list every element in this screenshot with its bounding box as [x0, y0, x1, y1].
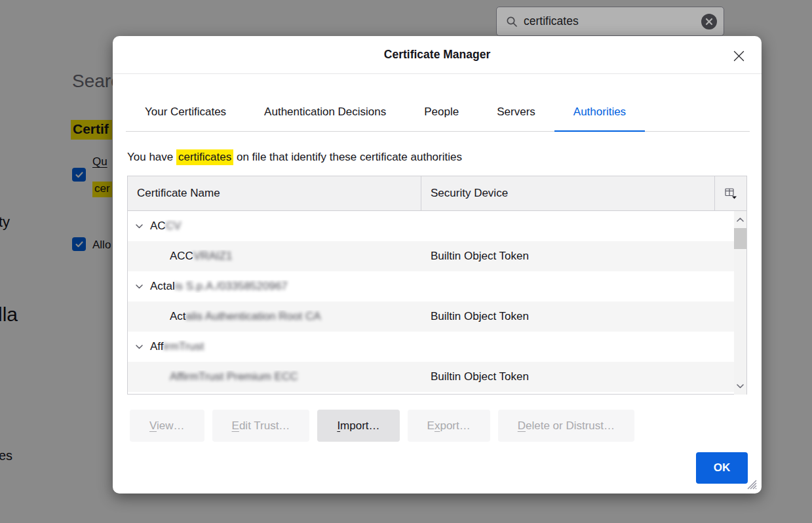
table-row-cert-affirmtrust-ecc[interactable]: AffirmTrust Premium ECC Builtin Object T…	[128, 362, 734, 392]
column-picker-icon	[725, 188, 737, 199]
tab-people[interactable]: People	[405, 94, 478, 132]
certificate-name-cell: AffirmTrust Premium ECC	[128, 370, 421, 383]
search-highlight: certificates	[176, 149, 233, 165]
label-post: elete or Distrust…	[526, 419, 615, 432]
description-after: on file that identify these certificate …	[233, 151, 462, 163]
label-post: iew…	[157, 419, 185, 432]
dialog-tabs: Your Certificates Authentication Decisio…	[126, 94, 750, 132]
name-clear-part: Actal	[150, 280, 175, 293]
label-accesskey: D	[518, 419, 526, 432]
tab-authentication-decisions[interactable]: Authentication Decisions	[245, 94, 405, 132]
dialog-title: Certificate Manager	[384, 48, 490, 62]
scrollbar[interactable]	[734, 211, 746, 395]
view-button[interactable]: View…	[130, 410, 204, 442]
name-blurred-part: CV	[166, 220, 182, 233]
name-blurred-part: alis Authentication Root CA	[186, 310, 321, 323]
ok-button[interactable]: OK	[696, 452, 748, 484]
chevron-down-icon	[737, 384, 744, 389]
table-row-cert-accvraiz1[interactable]: ACCVRAIZ1 Builtin Object Token	[128, 241, 734, 271]
scroll-thumb[interactable]	[734, 228, 746, 249]
label-pre: E	[427, 419, 435, 432]
column-picker-button[interactable]	[715, 176, 746, 210]
certificates-table: Certificate Name Security Device	[127, 176, 747, 395]
chevron-down-icon[interactable]	[136, 345, 143, 349]
name-blurred-part: is S.p.A./03358520967	[175, 280, 288, 293]
name-clear-part: Aff	[150, 340, 163, 353]
label-accesskey: E	[232, 419, 239, 432]
name-clear-part: ACC	[170, 250, 193, 263]
column-header-security-device[interactable]: Security Device	[421, 176, 715, 210]
table-row-group-actalis[interactable]: Actalis S.p.A./03358520967	[128, 271, 734, 301]
name-clear-part: AC	[150, 220, 166, 233]
column-header-certificate-name[interactable]: Certificate Name	[128, 176, 421, 210]
table-row-cert-actalis-root[interactable]: Actalis Authentication Root CA Builtin O…	[128, 301, 734, 332]
certificate-name-cell: Actalis Authentication Root CA	[128, 310, 421, 323]
edit-trust-button[interactable]: Edit Trust…	[212, 410, 310, 442]
label-post: port…	[440, 419, 470, 432]
authorities-description: You have certificates on file that ident…	[127, 149, 462, 166]
name-clear-part: Act	[170, 310, 186, 323]
table-row-group-affirmtrust[interactable]: AffirmTrust	[128, 332, 734, 362]
close-button[interactable]	[730, 47, 747, 64]
label-accesskey: V	[149, 419, 157, 432]
name-blurred-part: VRAIZ1	[193, 250, 233, 263]
security-device-cell: Builtin Object Token	[421, 370, 734, 383]
label-post: dit Trust…	[239, 419, 290, 432]
certificate-name-cell: ACCV	[128, 220, 421, 233]
table-row-group-accv[interactable]: ACCV	[128, 211, 734, 241]
screen: Searc Certif Qu cer Allo ty lla es	[0, 0, 812, 523]
table-body: ACCV ACCVRAIZ1 Builtin Object Token	[128, 211, 746, 395]
dialog-header: Certificate Manager	[113, 36, 762, 74]
action-buttons: View… Edit Trust… Import… Export… Delete…	[130, 410, 634, 442]
scroll-down-button[interactable]	[734, 378, 746, 395]
scroll-up-button[interactable]	[734, 211, 746, 228]
tab-servers[interactable]: Servers	[478, 94, 554, 132]
delete-distrust-button[interactable]: Delete or Distrust…	[498, 410, 634, 442]
tab-your-certificates[interactable]: Your Certificates	[126, 94, 245, 132]
close-icon	[733, 50, 744, 62]
settings-search-input[interactable]	[524, 14, 701, 28]
name-blurred-part: irmTrust	[163, 340, 204, 353]
export-button[interactable]: Export…	[408, 410, 490, 442]
settings-search-box	[496, 7, 724, 36]
import-button[interactable]: Import…	[317, 410, 399, 442]
certificate-manager-dialog: Certificate Manager Your Certificates Au…	[113, 36, 762, 494]
chevron-down-icon[interactable]	[136, 224, 143, 229]
description-before: You have	[127, 151, 176, 163]
certificate-name-cell: AffirmTrust	[128, 340, 421, 353]
certificate-name-cell: ACCVRAIZ1	[128, 250, 421, 263]
name-blurred-part: AffirmTrust Premium ECC	[170, 370, 298, 383]
clear-x-icon	[705, 18, 713, 26]
resize-grip-icon[interactable]	[744, 476, 757, 490]
magnifier-icon	[506, 16, 518, 28]
label-post: mport…	[340, 419, 379, 432]
tab-authorities[interactable]: Authorities	[554, 94, 645, 132]
chevron-up-icon	[737, 218, 744, 222]
chevron-down-icon[interactable]	[136, 284, 143, 289]
security-device-cell: Builtin Object Token	[421, 250, 734, 263]
table-header: Certificate Name Security Device	[128, 176, 746, 211]
security-device-cell: Builtin Object Token	[421, 310, 734, 323]
certificate-name-cell: Actalis S.p.A./03358520967	[128, 280, 421, 293]
clear-search-button[interactable]	[701, 14, 717, 29]
